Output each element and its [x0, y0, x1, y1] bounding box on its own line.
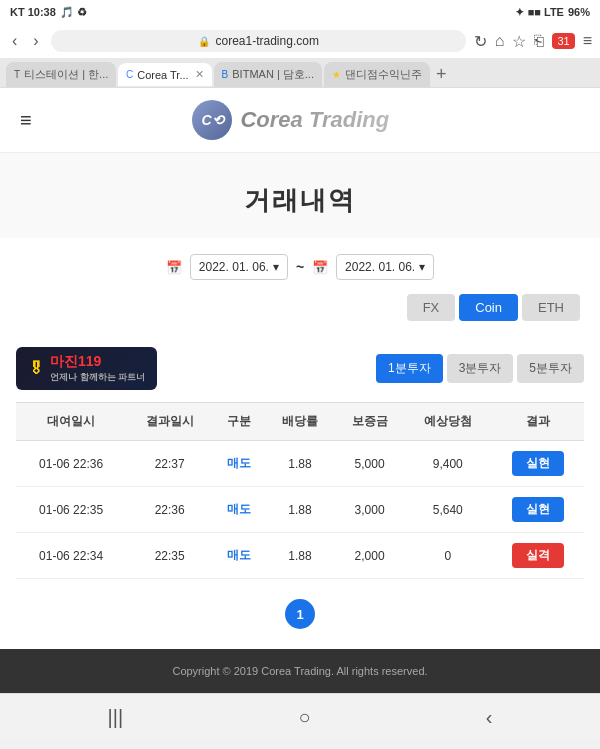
row1-result-button[interactable]: 실현: [512, 451, 564, 476]
page-content: ≡ C⟲ Corea Trading 거래내역 📅 2022. 01. 06. …: [0, 88, 600, 693]
tab-3[interactable]: B BITMAN | 담호...: [214, 62, 322, 87]
controls-row: 🎖 마진119 언제나 함께하는 파트너 1분투자 3분투자 5분투자: [0, 347, 600, 402]
refresh-button[interactable]: ↻: [474, 32, 487, 51]
row3-result-button[interactable]: 실격: [512, 543, 564, 568]
row2-deposit: 3,000: [335, 487, 405, 533]
tab-count-button[interactable]: 31: [552, 33, 574, 49]
row2-result-button[interactable]: 실현: [512, 497, 564, 522]
start-date-select[interactable]: 2022. 01. 06. ▾: [190, 254, 288, 280]
row1-rate: 1.88: [265, 441, 335, 487]
1min-button[interactable]: 1분투자: [376, 354, 443, 383]
date-separator: ~: [296, 259, 304, 275]
row1-lend-date: 01-06 22:36: [16, 441, 126, 487]
logo-text: Corea Trading: [240, 107, 389, 133]
row2-type: 매도: [213, 487, 265, 533]
status-right: ✦ ■■ LTE 96%: [515, 6, 590, 19]
tab-2[interactable]: C Corea Tr... ✕: [118, 63, 212, 86]
browser-bottom-bar: ||| ○ ‹: [0, 693, 600, 741]
back-button[interactable]: ‹: [8, 30, 21, 52]
col-result: 결과: [491, 403, 584, 441]
browser-menu-button[interactable]: ‹: [478, 702, 501, 733]
address-bar[interactable]: 🔒 corea1-trading.com: [51, 30, 466, 52]
tab2-favicon: C: [126, 69, 133, 80]
banner-sub: 언제나 함께하는 파트너: [50, 371, 145, 384]
5min-button[interactable]: 5분투자: [517, 354, 584, 383]
calendar-icon-2: 📅: [312, 260, 328, 275]
row1-result: 실현: [491, 441, 584, 487]
row3-result: 실격: [491, 533, 584, 579]
filter-section: 📅 2022. 01. 06. ▾ ~ 📅 2022. 01. 06. ▾ FX…: [0, 238, 600, 347]
add-tab-button[interactable]: +: [432, 64, 451, 85]
browser-back-button[interactable]: |||: [100, 702, 132, 733]
url-text: corea1-trading.com: [216, 34, 319, 48]
col-expected: 예상당첨: [404, 403, 491, 441]
date-filter: 📅 2022. 01. 06. ▾ ~ 📅 2022. 01. 06. ▾: [20, 254, 580, 280]
fx-button[interactable]: FX: [407, 294, 456, 321]
tab-1[interactable]: T 티스테이션 | 한...: [6, 62, 116, 87]
status-left: KT 10:38 🎵 ♻: [10, 6, 87, 19]
page-title: 거래내역: [20, 183, 580, 218]
table-row: 01-06 22:36 22:37 매도 1.88 5,000 9,400 실현: [16, 441, 584, 487]
tab2-label: Corea Tr...: [137, 69, 188, 81]
start-date-chevron: ▾: [273, 260, 279, 274]
banner-image: 🎖 마진119 언제나 함께하는 파트너: [16, 347, 157, 390]
tab3-label: BITMAN | 담호...: [232, 67, 314, 82]
tab3-favicon: B: [222, 69, 229, 80]
row2-lend-date: 01-06 22:35: [16, 487, 126, 533]
tab1-label: 티스테이션 | 한...: [24, 67, 108, 82]
coin-button[interactable]: Coin: [459, 294, 518, 321]
col-rate: 배당률: [265, 403, 335, 441]
forward-button[interactable]: ›: [29, 30, 42, 52]
banner-icon: 🎖: [28, 360, 44, 378]
row2-rate: 1.88: [265, 487, 335, 533]
bluetooth-icon: ✦: [515, 6, 524, 19]
tab1-favicon: T: [14, 69, 20, 80]
table-row: 01-06 22:35 22:36 매도 1.88 3,000 5,640 실현: [16, 487, 584, 533]
logo-icon: C⟲: [192, 100, 232, 140]
end-date-select[interactable]: 2022. 01. 06. ▾: [336, 254, 434, 280]
logo-area: C⟲ Corea Trading: [192, 100, 389, 140]
type-buttons: FX Coin ETH: [20, 294, 580, 321]
row3-lend-date: 01-06 22:34: [16, 533, 126, 579]
row3-rate: 1.88: [265, 533, 335, 579]
bookmark-button[interactable]: ☆: [512, 32, 526, 51]
row3-type: 매도: [213, 533, 265, 579]
network-text: ■■ LTE: [528, 6, 564, 18]
history-button[interactable]: ⎗: [534, 32, 544, 50]
browser-tabs: T 티스테이션 | 한... C Corea Tr... ✕ B BITMAN …: [0, 58, 600, 87]
menu-button[interactable]: ≡: [583, 32, 592, 50]
browser-home-button[interactable]: ○: [290, 702, 318, 733]
end-date-chevron: ▾: [419, 260, 425, 274]
table-row: 01-06 22:34 22:35 매도 1.88 2,000 0 실격: [16, 533, 584, 579]
col-deposit: 보증금: [335, 403, 405, 441]
browser-chrome: ‹ › 🔒 corea1-trading.com ↻ ⌂ ☆ ⎗ 31 ≡ T …: [0, 24, 600, 88]
eth-button[interactable]: ETH: [522, 294, 580, 321]
tab4-label: 댄디점수익닌주: [345, 67, 422, 82]
row2-expected: 5,640: [404, 487, 491, 533]
trade-table-container: 대여일시 결과일시 구분 배당률 보증금 예상당첨 결과 01-06 22:36…: [0, 402, 600, 579]
row2-result-date: 22:36: [126, 487, 213, 533]
lock-icon: 🔒: [198, 36, 210, 47]
browser-nav: ‹ › 🔒 corea1-trading.com ↻ ⌂ ☆ ⎗ 31 ≡: [0, 24, 600, 58]
home-button[interactable]: ⌂: [495, 32, 505, 50]
page-1-button[interactable]: 1: [285, 599, 315, 629]
tab2-close-icon[interactable]: ✕: [195, 68, 204, 81]
row1-deposit: 5,000: [335, 441, 405, 487]
table-header-row: 대여일시 결과일시 구분 배당률 보증금 예상당첨 결과: [16, 403, 584, 441]
status-bar: KT 10:38 🎵 ♻ ✦ ■■ LTE 96%: [0, 0, 600, 24]
site-header: ≡ C⟲ Corea Trading: [0, 88, 600, 153]
time-buttons: 1분투자 3분투자 5분투자: [376, 354, 584, 383]
footer-text: Copyright © 2019 Corea Trading. All righ…: [172, 665, 427, 677]
battery-text: 96%: [568, 6, 590, 18]
carrier-text: KT 10:38: [10, 6, 56, 18]
3min-button[interactable]: 3분투자: [447, 354, 514, 383]
hamburger-icon[interactable]: ≡: [20, 109, 32, 132]
start-date-text: 2022. 01. 06.: [199, 260, 269, 274]
tab-4[interactable]: ★ 댄디점수익닌주: [324, 62, 430, 87]
trade-table: 대여일시 결과일시 구분 배당률 보증금 예상당첨 결과 01-06 22:36…: [16, 402, 584, 579]
row3-deposit: 2,000: [335, 533, 405, 579]
page-title-section: 거래내역: [0, 153, 600, 238]
pagination: 1: [0, 579, 600, 649]
end-date-text: 2022. 01. 06.: [345, 260, 415, 274]
col-lend-date: 대여일시: [16, 403, 126, 441]
